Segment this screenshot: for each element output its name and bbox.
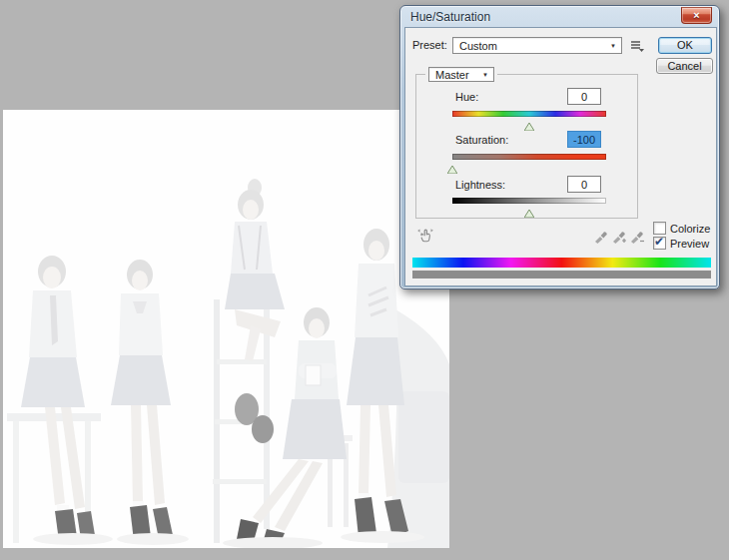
- canvas-photo: [3, 110, 449, 548]
- saturation-label: Saturation:: [455, 134, 508, 146]
- lightness-slider-thumb[interactable]: [524, 204, 534, 212]
- cancel-label: Cancel: [667, 60, 701, 72]
- photo-figure-3: [225, 179, 285, 443]
- colorize-label: Colorize: [670, 223, 710, 235]
- channel-value: Master: [429, 69, 480, 81]
- channel-dropdown-wrap: Master ▼: [425, 67, 497, 82]
- colorize-checkbox[interactable]: ✔: [653, 222, 666, 235]
- preset-label: Preset:: [412, 39, 447, 51]
- preset-options-icon[interactable]: [629, 39, 645, 53]
- close-button[interactable]: ×: [681, 7, 712, 24]
- dialog-body: Preset: Custom ▼ OK Cancel Master ▼ Hue:: [404, 27, 717, 286]
- checkmark-icon: ✔: [654, 235, 664, 249]
- close-icon: ×: [693, 9, 699, 21]
- hue-input[interactable]: [567, 88, 601, 105]
- photo-shadow: [117, 533, 189, 545]
- hue-label: Hue:: [455, 91, 478, 103]
- preview-checkbox[interactable]: ✔: [653, 237, 666, 250]
- chevron-down-icon: ▼: [480, 72, 493, 78]
- hue-slider-thumb[interactable]: [524, 117, 534, 125]
- preset-value: Custom: [453, 40, 608, 52]
- photo-figure-1: [21, 256, 95, 541]
- dialog-title[interactable]: Hue/Saturation: [410, 10, 490, 24]
- lightness-input[interactable]: [567, 176, 601, 193]
- image-canvas: [3, 110, 449, 548]
- photoshop-workspace: { "colors": { "workspace_bg": "#b4b4b4",…: [0, 0, 729, 560]
- hue-spectrum-reference-bar: [412, 258, 711, 268]
- cancel-button[interactable]: Cancel: [656, 58, 713, 74]
- on-image-adjust-hand-icon[interactable]: [416, 228, 435, 249]
- hue-spectrum-result-bar: [412, 271, 711, 279]
- eyedropper-plus-icon[interactable]: [612, 229, 627, 248]
- photo-table-cloth: [398, 391, 449, 483]
- photo-shadow: [33, 533, 113, 545]
- chevron-down-icon: ▼: [608, 43, 621, 49]
- ok-label: OK: [677, 39, 693, 51]
- ok-button[interactable]: OK: [658, 37, 712, 54]
- eyedropper-icon[interactable]: [594, 229, 607, 248]
- lightness-label: Lightness:: [455, 179, 505, 191]
- photo-shadow: [341, 531, 424, 543]
- preview-label: Preview: [670, 238, 709, 250]
- saturation-slider-thumb[interactable]: [447, 160, 457, 168]
- hue-saturation-dialog: Hue/Saturation × Preset: Custom ▼ OK Can…: [399, 5, 720, 289]
- saturation-slider-track[interactable]: [452, 154, 606, 160]
- eyedropper-minus-icon[interactable]: [630, 229, 645, 248]
- preset-dropdown[interactable]: Custom ▼: [452, 37, 622, 54]
- photo-figure-2: [111, 260, 173, 541]
- saturation-input[interactable]: [567, 131, 601, 148]
- channel-dropdown[interactable]: Master ▼: [428, 67, 494, 82]
